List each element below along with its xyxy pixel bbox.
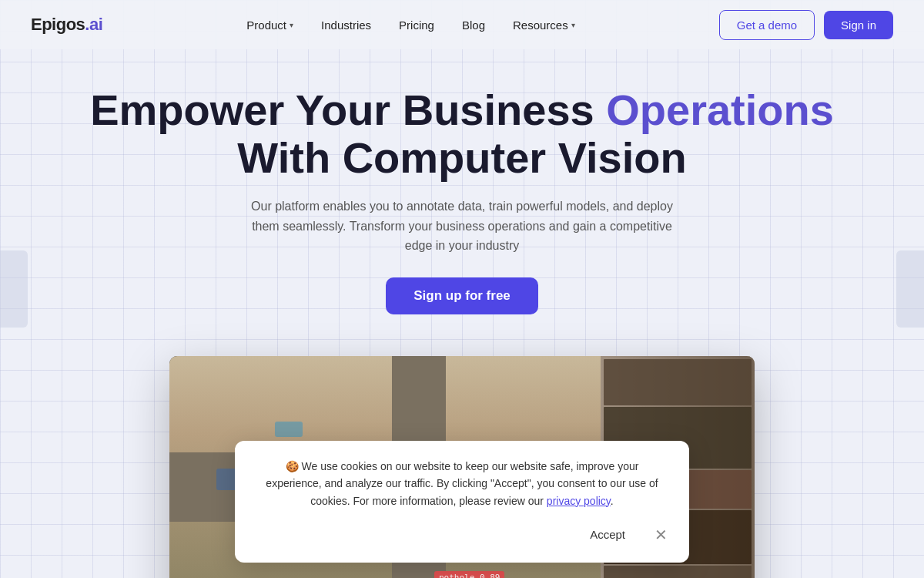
close-icon[interactable]: ✕: [654, 527, 668, 543]
cookie-text: 🍪 We use cookies on our website to keep …: [256, 458, 668, 509]
logo-suffix: .ai: [85, 15, 102, 34]
nav-product[interactable]: Product ▾: [236, 12, 304, 38]
hero-subtitle: Our platform enables you to annotate dat…: [239, 197, 685, 256]
nav-links: Product ▾ Industries Pricing Blog Resour…: [236, 12, 585, 38]
chevron-down-icon: ▾: [290, 21, 293, 29]
nav-blog[interactable]: Blog: [451, 12, 496, 38]
nav-pricing[interactable]: Pricing: [388, 12, 445, 38]
accept-button[interactable]: Accept: [573, 522, 642, 547]
detection-label-2: pothole_0.89: [434, 571, 504, 578]
cookie-link-suffix: .: [611, 495, 614, 507]
car-5: [275, 422, 303, 437]
building-1: [604, 359, 752, 405]
hero-section: Empower Your Business Operations With Co…: [0, 49, 924, 338]
chevron-down-icon: ▾: [571, 21, 575, 29]
nav-industries[interactable]: Industries: [310, 12, 382, 38]
get-demo-button[interactable]: Get a demo: [719, 10, 815, 40]
building-5: [604, 566, 752, 578]
signin-button[interactable]: Sign in: [824, 11, 893, 39]
hero-title-line1: Empower Your Business: [90, 86, 606, 134]
cookie-actions: Accept ✕: [256, 522, 668, 547]
cookie-banner: 🍪 We use cookies on our website to keep …: [235, 441, 689, 563]
navbar: Epigos.ai Product ▾ Industries Pricing B…: [0, 0, 924, 49]
logo[interactable]: Epigos.ai: [31, 15, 102, 35]
cookie-privacy-link[interactable]: privacy policy: [547, 495, 611, 507]
hero-title: Empower Your Business Operations With Co…: [31, 86, 893, 181]
hero-title-accent: Operations: [606, 86, 834, 134]
cookie-emoji: 🍪: [286, 460, 299, 472]
logo-text: Epigos: [31, 15, 85, 34]
hero-title-line2: With Computer Vision: [237, 133, 686, 182]
nav-resources[interactable]: Resources ▾: [502, 12, 586, 38]
signup-button[interactable]: Sign up for free: [386, 277, 538, 314]
nav-actions: Get a demo Sign in: [719, 10, 893, 40]
